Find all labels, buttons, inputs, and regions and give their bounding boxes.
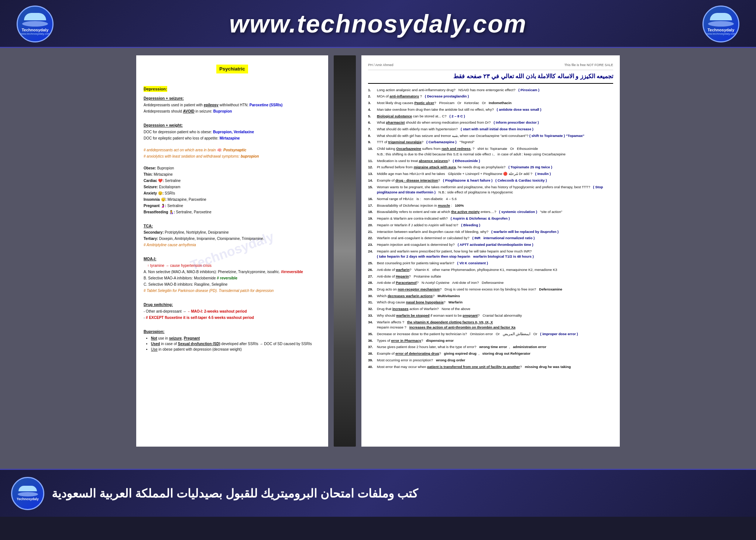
breastfeeding-label: Breastfeeding 🤱: Sertraline, Paroxetine [144, 209, 321, 215]
q10: 10. Child taking Oxcarbazepine suffers f… [368, 146, 613, 157]
pregnant-label: Pregnant 🤰: Sertraline [144, 203, 321, 209]
footer-logo-top [18, 486, 37, 491]
right-doc-header: PH / Amir Ahmed This file is free NOT FO… [368, 63, 613, 70]
seizure-label: Seizure: Escitalopram [144, 184, 321, 190]
q17: 17. Bioavailability of Diclofenac inject… [368, 203, 613, 209]
footer-text: كتب وملفات امتحان البروميتريك للقبول بصي… [52, 486, 418, 501]
depression-seizure-line1: Antidepressants used in patient with epi… [144, 102, 321, 108]
q32: 32. Drug that increases action of Warfar… [368, 306, 613, 312]
logo-circle-right: Technosydaly www.technosydaly.com [702, 6, 739, 42]
q19: 19. Heparin & Warfarin are contra-indica… [368, 216, 613, 221]
depression-weight-heading: Depression + weight: [144, 123, 321, 128]
logo-right: Technosydaly www.technosydaly.com [693, 4, 749, 44]
q38: 38. Example of error of deteriorating dr… [368, 351, 613, 357]
logo-left: Technosydaly www.technosydaly.com [7, 4, 63, 44]
q5: 5. Biological substance can be stored at… [368, 114, 613, 119]
tca-note: # Amitriptyline cause arrhythmia [144, 242, 321, 248]
q31: 31. Which drug cause nasal bone hypoplas… [368, 300, 613, 305]
depression-weight-line2: DOC for epileptic patient who loss of ap… [144, 135, 321, 141]
bupropion-heading: Bupropion: [144, 329, 321, 335]
tca-heading: TCA: [144, 223, 321, 229]
logo-wave-right [708, 21, 734, 27]
q2: 2. MOA of anti-inflammatory ? ( Decrease… [368, 94, 613, 99]
q16: 16. Normal range of HbA1c is : non-diabe… [368, 196, 613, 202]
depression-weight-line1: DOC for depression patient who is obese:… [144, 129, 321, 135]
q4: 4. Man take overdose from drug then take… [368, 107, 613, 113]
obese-label: Obese: Bupropion [144, 165, 321, 171]
footer-logo: Technosydaly [11, 477, 44, 510]
bupropion-list: Not use in seizure, Pregnant Used in cas… [151, 336, 321, 352]
logo-subtext-right: www.technosydaly.com [706, 32, 736, 35]
tyramine-note: ↑ tyramine → cause hypertension crisis [147, 263, 321, 268]
q36: 36. Types of error in Pharmacy? dispensi… [368, 338, 613, 344]
depression-seizure-line2: Antidepressants should AVOID in seizure:… [144, 109, 321, 114]
q11: 11. Medication is used to treat absence … [368, 158, 613, 164]
q35: 35. Decrease or increase dose to the pat… [368, 331, 613, 337]
right-document: PH / Amir Ahmed This file is free NOT FO… [361, 55, 620, 447]
right-header-left: PH / Amir Ahmed [368, 63, 394, 68]
drug-switching-line1: - Other anti-depressant → ←MAO-I: 2-week… [144, 309, 321, 314]
footer-logo-wave [18, 492, 38, 496]
logo-circle-left: Technosydaly www.technosydaly.com [17, 6, 54, 42]
moai-b: B. Selective MAO-A inhibitors: Moclobemi… [144, 275, 321, 281]
q20: 20. Heparin or Warfarin if J added to As… [368, 223, 613, 228]
drug-switching-line2: - # EXCEPT fluoxetine it is self-taper 4… [144, 315, 321, 320]
thin-label: Thin: Mirtazapine [144, 172, 321, 177]
q40: 40. Most error that may occur when patie… [368, 364, 613, 370]
q21: 21. Interaction between warfarin and ibu… [368, 229, 613, 235]
cardiac-label: Cardiac ❤️: Sertraline [144, 178, 321, 183]
q27: 27. Anti-dote of Heparin? Protamine sulf… [368, 274, 613, 279]
logo-text-right: Technosydaly [708, 28, 735, 32]
main-content: Technosydaly Psychiatric Depression: Dep… [0, 48, 756, 469]
antidepressants-brain: # antidepressants act on which area in b… [144, 147, 321, 153]
header-title: www.technosydaly.com [229, 9, 527, 38]
q13: 13. Middle age man has HbA1c<9 and he ta… [368, 171, 613, 177]
moai-note: # Tablet Selegilin for Parkinson disease… [144, 288, 321, 293]
q39: 39. Most occurring error in prescription… [368, 358, 613, 363]
q25: 25. Best counseling point for patients t… [368, 261, 613, 266]
moai-a: A. Non selective (MAO-A, MAO-B inhibitor… [144, 269, 321, 275]
q37: 37. Nurse gives patient dose 2 hours lat… [368, 344, 613, 350]
q23: 23. Heparin injection anti-coagulant is … [368, 242, 613, 248]
bupropion-item3: Use in obese patient with depression (de… [151, 347, 321, 352]
q12: 12. Pt suffered before from migraine att… [368, 165, 613, 170]
moai-heading: MOA-I: [144, 256, 321, 262]
right-header-right: This file is free NOT FORE SALE [564, 63, 613, 68]
logo-subtext-left: www.technosydaly.com [20, 32, 51, 35]
moai-c: C. Selective MAO-B inhibitors: Rasgiline… [144, 282, 321, 287]
q26: 26. Anti-dote of warfarin? Vitamin K oth… [368, 267, 613, 273]
tca-secondary: Secondary: Protriptyline, Nortriptyline,… [144, 230, 321, 235]
depression-heading: Depression: [144, 86, 167, 92]
bupropion-item2: Used in case of Sexual dysfunction (SD) … [151, 341, 321, 347]
logo-wave-left [22, 21, 48, 27]
header: Technosydaly www.technosydaly.com www.te… [0, 0, 756, 48]
q15: 15. Woman wants to be pregnant, she take… [368, 185, 613, 195]
q29: 29. Drug acts on non-receptor mechanism?… [368, 287, 613, 292]
q14: 14. Example of drug - disease interactio… [368, 178, 613, 183]
q8: 8. What should do with girl has seizure … [368, 133, 613, 139]
drug-switching-heading: Drug switching: [144, 302, 321, 308]
left-doc-title: Psychiatric [216, 65, 248, 73]
logo-top-right [710, 13, 732, 20]
q9: 9. TTT of trigeminal neuralgia? ( Carbam… [368, 140, 613, 145]
q18: 18. Bioavailability refers to extent and… [368, 209, 613, 215]
bupropion-item1: Not use in seizure, Pregnant [151, 336, 321, 341]
q24: 24. Heparin and warfarin were prescribed… [368, 249, 613, 259]
q33: 33. Why should warfarin be stopped if wo… [368, 313, 613, 319]
q6: 6. What pharmacist should do when wrong … [368, 120, 613, 125]
q1: 1. Long action analgesic and anti-inflam… [368, 87, 613, 93]
footer: Technosydaly كتب وملفات امتحان البروميتر… [0, 469, 756, 517]
right-doc-title: تجميعه الكيزز و الاساله كاالاملة باذن ال… [368, 72, 613, 84]
logo-text-left: Technosydaly [22, 28, 49, 32]
q28: 28. Anti-dote of Paracetamol? N-Acetyl C… [368, 280, 613, 286]
left-document: Technosydaly Psychiatric Depression: Dep… [136, 55, 328, 447]
q34: 34. Warfarin affects ? the vitamin K dep… [368, 320, 613, 330]
depression-seizure-heading: Depression + seizure: [144, 96, 321, 102]
tca-tertiary: Tertiary: Doxepin, Amitriptyline, Imipra… [144, 236, 321, 241]
q30: 30. Which decreases warfarin actions? Mu… [368, 293, 613, 299]
q3: 3. Most likely drug causes Peptic ulcer?… [368, 100, 613, 106]
anxiolytics-sedation: # anxiolytics with least sedation and wi… [144, 154, 321, 159]
footer-logo-text: Technosydaly [17, 497, 38, 501]
book-spine [334, 55, 356, 447]
logo-top-left [24, 13, 46, 20]
